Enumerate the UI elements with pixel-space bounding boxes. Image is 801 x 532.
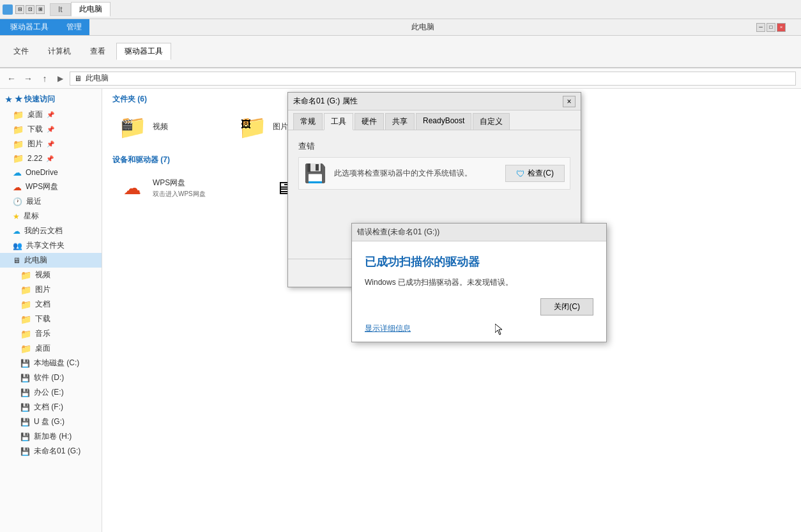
- errcheck-heading: 已成功扫描你的驱动器: [365, 254, 593, 270]
- errcheck-text: Windows 已成功扫描驱动器。未发现错误。: [365, 277, 593, 288]
- sidebar-drive-c[interactable]: 💾 本地磁盘 (C:): [0, 356, 102, 370]
- thispc-icon: 🖥: [13, 256, 20, 265]
- errcheck-dialog: 错误检查(未命名01 (G:)) 已成功扫描你的驱动器 Windows 已成功扫…: [351, 223, 607, 342]
- sidebar-item-shared[interactable]: 👥 共享文件夹: [0, 238, 102, 253]
- drive-e-icon: 💾: [20, 388, 30, 397]
- sidebar-thispc-docs[interactable]: 📁 文档: [0, 297, 102, 312]
- sidebar-item-download[interactable]: 📁 下载 📌: [0, 122, 102, 137]
- pin-222: 📌: [46, 155, 54, 162]
- window-maximize[interactable]: □: [767, 23, 775, 32]
- sidebar-pic-label: 图片: [35, 284, 50, 295]
- check-button[interactable]: 🛡 检查(C): [505, 165, 565, 182]
- sidebar-drive-unnamed[interactable]: 💾 未命名01 (G:): [0, 444, 102, 459]
- prop-tab-hardware[interactable]: 硬件: [355, 113, 384, 130]
- desktop-folder-icon: 📁: [20, 344, 31, 354]
- window-close[interactable]: ×: [777, 23, 786, 32]
- title-tab-it[interactable]: It: [50, 3, 71, 16]
- ribbon-tab-view[interactable]: 查看: [82, 43, 114, 60]
- sidebar-star-label: 星标: [24, 211, 39, 222]
- sidebar-drive-f[interactable]: 💾 文档 (F:): [0, 400, 102, 414]
- sidebar-thispc-desktop[interactable]: 📁 桌面: [0, 341, 102, 356]
- wps-drive-name: WPS网盘: [153, 178, 206, 188]
- address-path[interactable]: 🖥 此电脑: [70, 72, 796, 86]
- address-bar: ← → ↑ ▶ 🖥 此电脑: [0, 68, 801, 89]
- sidebar-drivee-label: 办公 (E:): [34, 387, 64, 398]
- properties-dialog-tabs: 常规 工具 硬件 共享 ReadyBoost 自定义: [288, 110, 581, 130]
- sidebar-thispc-pictures[interactable]: 📁 图片: [0, 282, 102, 297]
- content-area: 文件夹 (6) 📁 🎬 视频 �: [102, 89, 801, 532]
- sidebar-download-label: 下载: [27, 124, 43, 135]
- title-tab-thispc[interactable]: 此电脑: [71, 2, 111, 17]
- title-bar-controls: ⊟ ⊡ ⊞: [15, 5, 45, 14]
- shared-icon: 👥: [13, 241, 22, 250]
- properties-dialog-titlebar: 未命名01 (G:) 属性 ×: [288, 93, 581, 110]
- path-icon: 🖥: [74, 74, 82, 83]
- pin-icon: 📌: [47, 111, 54, 118]
- sidebar-wps-label: WPS网盘: [26, 181, 58, 192]
- folder-item-video[interactable]: 📁 🎬 视频: [112, 110, 227, 144]
- check-disk-icon: 💾: [304, 163, 326, 184]
- sidebar-item-pictures[interactable]: 📁 图片 📌: [0, 137, 102, 151]
- prop-tab-readyboost[interactable]: ReadyBoost: [416, 113, 471, 130]
- sidebar-thispc-label: 此电脑: [24, 255, 47, 266]
- pic-folder-icon: 📁: [20, 285, 31, 295]
- errcheck-content: 已成功扫描你的驱动器 Windows 已成功扫描驱动器。未发现错误。 关闭(C)…: [352, 241, 606, 342]
- title-btn-3[interactable]: ⊞: [36, 5, 45, 14]
- quick-access-section[interactable]: ★ ★ 快速访问: [0, 91, 102, 107]
- drive-g-icon: 💾: [20, 418, 30, 427]
- ribbon-tab-manage-active[interactable]: 管理: [59, 19, 89, 35]
- sidebar-drive-e[interactable]: 💾 办公 (E:): [0, 385, 102, 400]
- main-layout: ★ ★ 快速访问 📁 桌面 📌 📁 下载 📌 📁 图片 📌 📁 2.22 📌 ☁…: [0, 89, 801, 532]
- folder-icon: 📁: [13, 110, 24, 120]
- wps-icon: ☁: [13, 182, 22, 192]
- up-button[interactable]: ↑: [38, 72, 51, 85]
- sidebar-drive-d[interactable]: 💾 软件 (D:): [0, 370, 102, 385]
- sidebar-item-desktop[interactable]: 📁 桌面 📌: [0, 107, 102, 122]
- star-icon: ★: [13, 212, 20, 221]
- properties-dialog-title: 未命名01 (G:) 属性: [293, 96, 358, 107]
- wps-drive-item[interactable]: ☁ WPS网盘 双击进入WPS网盘: [112, 171, 259, 211]
- dl-folder-icon: 📁: [20, 314, 31, 324]
- sidebar-item-onedrive[interactable]: ☁ OneDrive: [0, 165, 102, 179]
- sidebar-drive-g[interactable]: 💾 U 盘 (G:): [0, 414, 102, 429]
- errcheck-close-button[interactable]: 关闭(C): [540, 298, 593, 315]
- sidebar-video-label: 视频: [35, 270, 50, 280]
- drive-unnamed-icon: 💾: [20, 447, 30, 456]
- sidebar-item-label: 桌面: [27, 109, 43, 120]
- pin-download: 📌: [47, 126, 54, 133]
- sidebar-recent-label: 最近: [26, 196, 42, 207]
- ribbon-tab-computer[interactable]: 计算机: [40, 43, 79, 60]
- sidebar-thispc-music[interactable]: 📁 音乐: [0, 326, 102, 341]
- sidebar-item-recent[interactable]: 🕐 最近: [0, 194, 102, 209]
- sidebar-item-star[interactable]: ★ 星标: [0, 209, 102, 224]
- sidebar-item-thispc[interactable]: 🖥 此电脑: [0, 253, 102, 268]
- title-btn-1[interactable]: ⊟: [15, 5, 24, 14]
- ribbon-tab-file[interactable]: 文件: [5, 43, 37, 60]
- ribbon-tab-drivetool[interactable]: 驱动器工具: [116, 43, 171, 60]
- prop-tab-tools[interactable]: 工具: [324, 113, 353, 130]
- title-btn-2[interactable]: ⊡: [26, 5, 34, 14]
- properties-dialog-close[interactable]: ×: [563, 96, 576, 107]
- sidebar-thispc-dl[interactable]: 📁 下载: [0, 312, 102, 326]
- sidebar-item-wps[interactable]: ☁ WPS网盘: [0, 179, 102, 194]
- prop-tab-general[interactable]: 常规: [293, 113, 323, 130]
- prop-tab-share[interactable]: 共享: [385, 113, 415, 130]
- sidebar-dl-label: 下载: [35, 314, 50, 324]
- errcheck-title: 错误检查(未命名01 (G:)): [357, 227, 439, 238]
- back-button[interactable]: ←: [5, 72, 18, 85]
- ribbon: 驱动器工具 管理 此电脑 ─ □ × 文件 计算机 查看 驱动器工具: [0, 19, 801, 68]
- wps-drive-detail: 双击进入WPS网盘: [153, 190, 206, 199]
- video-folder-icon-grid: 📁 🎬: [117, 114, 148, 140]
- sidebar-item-222[interactable]: 📁 2.22 📌: [0, 151, 102, 165]
- music-folder-icon: 📁: [20, 329, 31, 339]
- errcheck-details-link[interactable]: 显示详细信息: [365, 323, 593, 334]
- sidebar-item-mycloud[interactable]: ☁ 我的云文档: [0, 224, 102, 238]
- sidebar-desktop-label: 桌面: [35, 343, 50, 354]
- sidebar-thispc-video[interactable]: 📁 视频: [0, 268, 102, 282]
- window-minimize[interactable]: ─: [756, 23, 765, 32]
- forward-button[interactable]: →: [22, 72, 34, 85]
- prop-tab-custom[interactable]: 自定义: [473, 113, 510, 130]
- ribbon-manage-tab[interactable]: 驱动器工具: [0, 19, 59, 35]
- onedrive-icon: ☁: [13, 167, 22, 178]
- sidebar-drive-h[interactable]: 💾 新加卷 (H:): [0, 429, 102, 444]
